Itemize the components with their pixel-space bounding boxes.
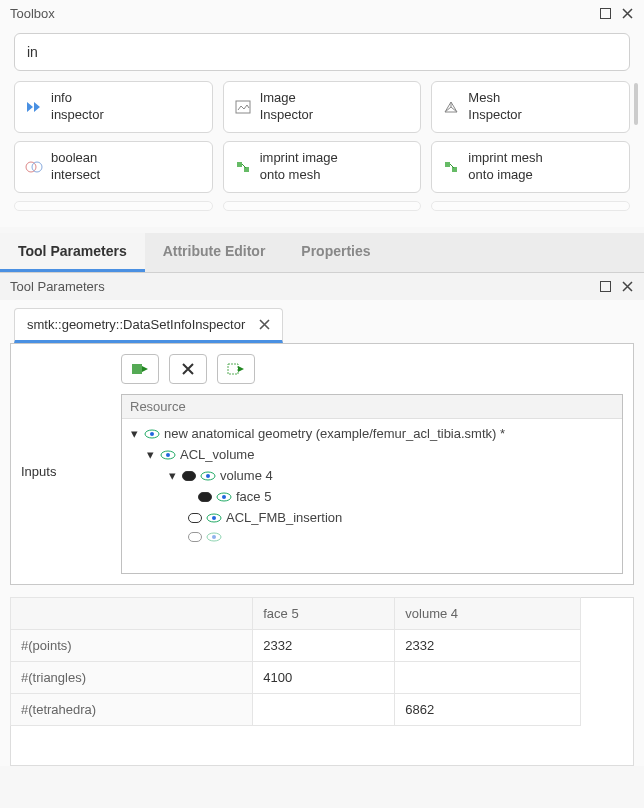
table-spacer <box>581 662 634 694</box>
table-row: #(tetrahedra) 6862 <box>11 694 634 726</box>
tree-content: ▾ new anatomical geometry (example/femur… <box>122 419 622 550</box>
tab-properties[interactable]: Properties <box>283 233 388 272</box>
row-tetrahedra: #(tetrahedra) <box>11 694 253 726</box>
svg-point-22 <box>212 535 216 539</box>
close-icon[interactable] <box>259 319 270 330</box>
eye-icon[interactable] <box>216 491 232 503</box>
svg-rect-10 <box>228 364 238 374</box>
restore-icon[interactable] <box>598 7 612 21</box>
tab-attribute-editor[interactable]: Attribute Editor <box>145 233 284 272</box>
scrollbar-thumb[interactable] <box>634 83 638 125</box>
cell: 2332 <box>253 630 395 662</box>
tree-row-acl-volume[interactable]: ▾ ACL_volume <box>122 444 622 465</box>
tool-boolean-intersect[interactable]: booleanintersect <box>14 141 213 193</box>
tree-label: new anatomical geometry (example/femur_a… <box>164 426 505 441</box>
tool-mesh-inspector[interactable]: MeshInspector <box>431 81 630 133</box>
search-input[interactable]: in <box>14 33 630 71</box>
eye-icon[interactable] <box>160 449 176 461</box>
params-header: Tool Parameters <box>0 273 644 300</box>
table-row: #(points) 2332 2332 <box>11 630 634 662</box>
tree-row-partial[interactable] <box>122 528 622 546</box>
close-icon[interactable] <box>620 280 634 294</box>
svg-rect-6 <box>445 162 450 167</box>
svg-rect-9 <box>132 364 142 374</box>
expand-icon[interactable]: ▾ <box>144 449 156 461</box>
restore-icon[interactable] <box>598 280 612 294</box>
params-title: Tool Parameters <box>10 279 590 294</box>
imprint-icon <box>442 158 460 176</box>
tool-item[interactable] <box>14 201 213 211</box>
apply-button[interactable] <box>121 354 159 384</box>
svg-rect-7 <box>452 167 457 172</box>
tool-imprint-image-mesh[interactable]: imprint imageonto mesh <box>223 141 422 193</box>
col-volume4[interactable]: volume 4 <box>395 598 581 630</box>
params-body: Inputs Resource ▾ new anatomical geometr… <box>10 343 634 585</box>
table-row: #(triangles) 4100 <box>11 662 634 694</box>
svg-point-14 <box>166 453 170 457</box>
toolbox-panel: Toolbox in infoinspector ImageInspector <box>0 0 644 227</box>
tree-row-face5[interactable]: face 5 <box>122 486 622 507</box>
svg-point-18 <box>222 495 226 499</box>
inputs-row: Inputs Resource ▾ new anatomical geometr… <box>21 394 623 574</box>
main-tabbar: Tool Parameters Attribute Editor Propert… <box>0 233 644 273</box>
svg-rect-4 <box>237 162 242 167</box>
table-spacer <box>11 726 253 766</box>
tool-grid: infoinspector ImageInspector MeshInspect… <box>14 81 630 211</box>
tool-label: infoinspector <box>51 90 104 124</box>
tool-label: MeshInspector <box>468 90 521 124</box>
svg-point-3 <box>32 162 42 172</box>
tool-item[interactable] <box>431 201 630 211</box>
subtab-row: smtk::geometry::DataSetInfoInspector <box>0 300 644 343</box>
expand-icon[interactable]: ▾ <box>166 470 178 482</box>
eye-icon[interactable] <box>206 531 222 543</box>
table-corner <box>11 598 253 630</box>
toolbox-title: Toolbox <box>10 6 590 21</box>
mesh-icon <box>442 98 460 116</box>
svg-point-12 <box>150 432 154 436</box>
expand-icon[interactable]: ▾ <box>128 428 140 440</box>
table-spacer <box>581 630 634 662</box>
tree-row-root[interactable]: ▾ new anatomical geometry (example/femur… <box>122 423 622 444</box>
table-spacer <box>395 726 581 766</box>
svg-point-20 <box>212 516 216 520</box>
tool-parameters-panel: Tool Parameters smtk::geometry::DataSetI… <box>0 273 644 766</box>
cell: 6862 <box>395 694 581 726</box>
run-button[interactable] <box>217 354 255 384</box>
cancel-button[interactable] <box>169 354 207 384</box>
table-spacer <box>253 726 395 766</box>
tree-row-volume4[interactable]: ▾ volume 4 <box>122 465 622 486</box>
svg-rect-8 <box>600 282 610 292</box>
eye-icon[interactable] <box>206 512 222 524</box>
col-face5[interactable]: face 5 <box>253 598 395 630</box>
tool-imprint-mesh-image[interactable]: imprint meshonto image <box>431 141 630 193</box>
table-row <box>11 726 634 766</box>
close-icon[interactable] <box>620 7 634 21</box>
tool-info-inspector[interactable]: infoinspector <box>14 81 213 133</box>
tree-row-fmb[interactable]: ACL_FMB_insertion <box>122 507 622 528</box>
eye-icon[interactable] <box>200 470 216 482</box>
tool-label: imprint meshonto image <box>468 150 542 184</box>
row-triangles: #(triangles) <box>11 662 253 694</box>
tree-header: Resource <box>122 395 622 419</box>
tree-label: ACL_FMB_insertion <box>226 510 342 525</box>
resource-tree[interactable]: Resource ▾ new anatomical geometry (exam… <box>121 394 623 574</box>
color-swatch[interactable] <box>188 532 202 542</box>
tab-tool-parameters[interactable]: Tool Parameters <box>0 233 145 272</box>
image-icon <box>234 98 252 116</box>
row-points: #(points) <box>11 630 253 662</box>
color-swatch[interactable] <box>182 471 196 481</box>
color-swatch[interactable] <box>188 513 202 523</box>
stats-table: face 5 volume 4 #(points) 2332 2332 #(tr… <box>10 597 634 766</box>
svg-rect-5 <box>244 167 249 172</box>
tool-label: booleanintersect <box>51 150 100 184</box>
imprint-icon <box>234 158 252 176</box>
table-header-row: face 5 volume 4 <box>11 598 634 630</box>
tool-item[interactable] <box>223 201 422 211</box>
table-spacer <box>581 726 634 766</box>
cell: 2332 <box>395 630 581 662</box>
eye-icon[interactable] <box>144 428 160 440</box>
color-swatch[interactable] <box>198 492 212 502</box>
tool-label: ImageInspector <box>260 90 313 124</box>
operation-tab[interactable]: smtk::geometry::DataSetInfoInspector <box>14 308 283 343</box>
tool-image-inspector[interactable]: ImageInspector <box>223 81 422 133</box>
